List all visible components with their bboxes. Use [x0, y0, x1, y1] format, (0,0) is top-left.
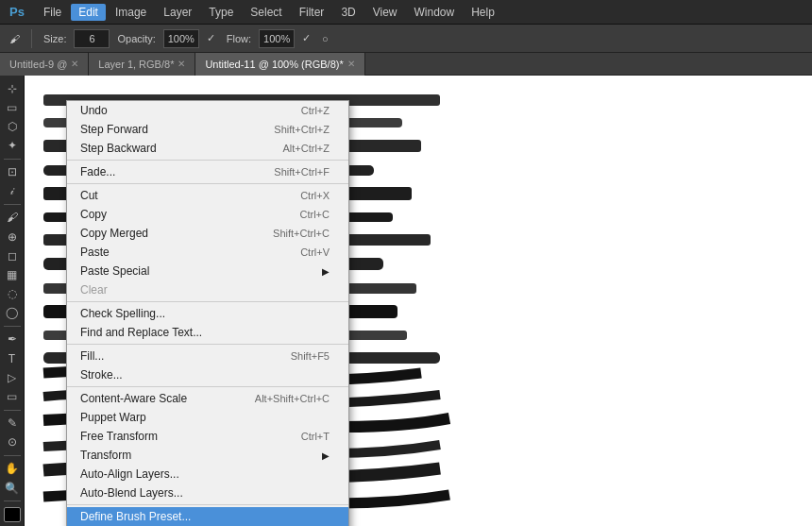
separator [31, 29, 32, 48]
marquee-tool[interactable]: ▭ [2, 98, 23, 116]
menu-paste-special[interactable]: Paste Special ▶ [67, 262, 348, 280]
separator [67, 301, 348, 302]
blur-tool[interactable]: ◌ [2, 285, 23, 303]
separator [4, 159, 21, 160]
path-tool[interactable]: ▷ [2, 368, 23, 386]
foreground-color[interactable] [4, 507, 21, 522]
menu-3d[interactable]: 3D [333, 4, 363, 21]
edit-menu: Undo Ctrl+Z Step Forward Shift+Ctrl+Z St… [66, 100, 349, 526]
menu-undo[interactable]: Undo Ctrl+Z [67, 101, 348, 120]
notes-tool[interactable]: ✎ [2, 415, 23, 433]
menu-auto-blend[interactable]: Auto-Blend Layers... [67, 484, 348, 502]
flow-icon: ✓ [298, 30, 314, 46]
menu-window[interactable]: Window [407, 4, 463, 21]
menu-fill[interactable]: Fill... Shift+F5 [67, 347, 348, 365]
zoom-tool[interactable]: 🔍 [2, 479, 23, 497]
menu-check-spelling[interactable]: Check Spelling... [67, 304, 348, 323]
canvas-area: Undo Ctrl+Z Step Forward Shift+Ctrl+Z St… [25, 76, 812, 526]
separator [67, 386, 348, 387]
type-tool[interactable]: T [2, 349, 23, 367]
separator [67, 344, 348, 345]
menu-auto-align[interactable]: Auto-Align Layers... [67, 465, 348, 484]
flow-label: Flow: [223, 31, 255, 46]
menu-copy[interactable]: Copy Ctrl+C [67, 205, 348, 224]
tab-close[interactable]: ✕ [71, 59, 78, 69]
left-toolbar: ⊹ ▭ ⬡ ✦ ⊡ 𝒾 🖌 ⊕ ◻ ▦ ◌ ◯ ✒ T ▷ ▭ ✎ ⊙ ✋ 🔍 [0, 76, 25, 526]
menu-define-brush[interactable]: Define Brush Preset... [67, 507, 348, 526]
app-logo: Ps [4, 3, 30, 21]
menu-help[interactable]: Help [464, 4, 502, 21]
menu-image[interactable]: Image [108, 4, 154, 21]
pen-tool[interactable]: ✒ [2, 331, 23, 348]
menu-puppet-warp[interactable]: Puppet Warp [67, 408, 348, 427]
menu-bar: Ps File Edit Image Layer Type Select Fil… [0, 0, 812, 25]
separator [4, 410, 21, 411]
check-icon: ✓ [203, 30, 219, 46]
menu-clear: Clear [67, 280, 348, 299]
separator [4, 501, 21, 501]
brush-tool[interactable]: 🖌 [2, 209, 23, 227]
hand-tool[interactable]: ✋ [2, 460, 23, 478]
menu-content-aware-scale[interactable]: Content-Aware Scale Alt+Shift+Ctrl+C [67, 389, 348, 408]
eyedropper-tool[interactable]: 𝒾 [2, 182, 23, 200]
menu-edit[interactable]: Edit [71, 4, 106, 21]
menu-paste[interactable]: Paste Ctrl+V [67, 243, 348, 262]
menu-step-backward[interactable]: Step Backward Alt+Ctrl+Z [67, 139, 348, 158]
size-input[interactable] [74, 29, 110, 48]
tab-untitled11[interactable]: Untitled-11 @ 100% (RGB/8)* ✕ [195, 53, 364, 76]
tab-close[interactable]: ✕ [347, 59, 355, 69]
wand-tool[interactable]: ✦ [2, 137, 23, 155]
menu-select[interactable]: Select [243, 4, 289, 21]
tabs-bar: Untitled-9 @ ✕ Layer 1, RGB/8* ✕ Untitle… [0, 53, 812, 76]
eyedropper2-tool[interactable]: ⊙ [2, 433, 23, 451]
menu-layer[interactable]: Layer [156, 4, 199, 21]
menu-cut[interactable]: Cut Ctrl+X [67, 186, 348, 205]
separator [67, 183, 348, 184]
crop-tool[interactable]: ⊡ [2, 163, 23, 181]
menu-fade[interactable]: Fade... Shift+Ctrl+F [67, 162, 348, 181]
menu-view[interactable]: View [365, 4, 405, 21]
flow-input[interactable] [259, 29, 295, 48]
stamp-tool[interactable]: ⊕ [2, 228, 23, 246]
tab-label: Untitled-11 @ 100% (RGB/8)* [205, 59, 343, 70]
shape-tool[interactable]: ▭ [2, 387, 23, 405]
tab-label: Layer 1, RGB/8* [98, 59, 174, 70]
separator [67, 160, 348, 161]
opacity-input[interactable] [163, 29, 199, 48]
menu-transform[interactable]: Transform ▶ [67, 446, 348, 465]
airbrush-icon: ○ [318, 31, 332, 46]
gradient-tool[interactable]: ▦ [2, 265, 23, 283]
main-layout: ⊹ ▭ ⬡ ✦ ⊡ 𝒾 🖌 ⊕ ◻ ▦ ◌ ◯ ✒ T ▷ ▭ ✎ ⊙ ✋ 🔍 [0, 76, 812, 526]
move-tool[interactable]: ⊹ [2, 79, 23, 97]
lasso-tool[interactable]: ⬡ [2, 117, 23, 135]
menu-type[interactable]: Type [201, 4, 241, 21]
tab-label: Untitled-9 @ [9, 59, 67, 70]
separator [67, 504, 348, 505]
separator [4, 326, 21, 327]
opacity-label: Opacity: [113, 31, 159, 46]
tab-layer1[interactable]: Layer 1, RGB/8* ✕ [89, 53, 195, 76]
menu-file[interactable]: File [36, 4, 69, 21]
dodge-tool[interactable]: ◯ [2, 304, 23, 322]
menu-copy-merged[interactable]: Copy Merged Shift+Ctrl+C [67, 224, 348, 243]
separator [4, 455, 21, 456]
options-toolbar: 🖌 Size: Opacity: ✓ Flow: ✓ ○ [0, 25, 812, 53]
size-label: Size: [40, 31, 70, 46]
menu-step-forward[interactable]: Step Forward Shift+Ctrl+Z [67, 120, 348, 139]
brush-icon: 🖌 [6, 31, 24, 46]
menu-stroke[interactable]: Stroke... [67, 365, 348, 384]
menu-filter[interactable]: Filter [292, 4, 332, 21]
eraser-tool[interactable]: ◻ [2, 246, 23, 264]
separator [4, 204, 21, 205]
tab-untitled9[interactable]: Untitled-9 @ ✕ [0, 53, 89, 76]
tab-close[interactable]: ✕ [178, 59, 185, 69]
menu-find-replace[interactable]: Find and Replace Text... [67, 323, 348, 342]
menu-free-transform[interactable]: Free Transform Ctrl+T [67, 427, 348, 446]
